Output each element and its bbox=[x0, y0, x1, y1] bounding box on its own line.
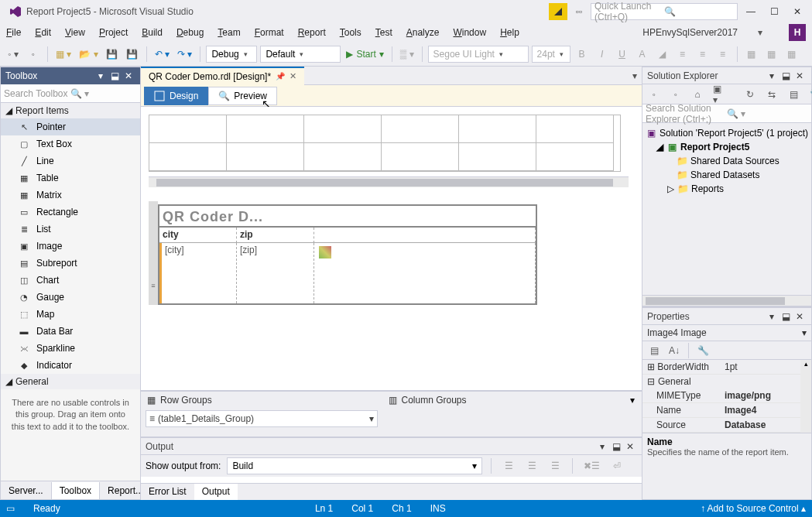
align-center-icon[interactable]: ≡ bbox=[694, 46, 711, 63]
menu-window[interactable]: Window bbox=[453, 27, 486, 38]
report-title[interactable]: QR Coder D... bbox=[159, 206, 536, 228]
server-explorer-tab[interactable]: Server... bbox=[1, 482, 52, 499]
menu-view[interactable]: View bbox=[65, 27, 85, 38]
border3-icon[interactable]: ▦ bbox=[783, 46, 800, 63]
se-home-icon[interactable]: ◦ bbox=[646, 86, 663, 103]
menu-report[interactable]: Report bbox=[298, 27, 326, 38]
output-close-icon[interactable]: ✕ bbox=[623, 441, 637, 452]
output-dropdown-icon[interactable]: ▾ bbox=[595, 441, 609, 452]
toolbox-search-input[interactable]: Search Toolbox 🔍 ▾ bbox=[1, 84, 140, 103]
design-surface[interactable]: ≡ QR Coder D... city zip [city] [zip] bbox=[141, 107, 642, 390]
tab-overflow-icon[interactable]: ▾ bbox=[628, 70, 642, 81]
platform-combo[interactable]: Default▾ bbox=[260, 46, 341, 63]
document-tab[interactable]: QR Coder Demo.rdl [Design]* 📌 ✕ bbox=[141, 67, 304, 85]
se-showall-icon[interactable]: ▤ bbox=[785, 86, 802, 103]
toolbox-item-list[interactable]: ≣List bbox=[1, 221, 140, 238]
prop-row[interactable]: Name Image4 bbox=[642, 403, 811, 418]
groups-dropdown-icon[interactable]: ▾ bbox=[630, 395, 635, 406]
new-project-icon[interactable]: ▦ ▾ bbox=[53, 46, 74, 63]
font-combo[interactable]: Segoe UI Light▾ bbox=[428, 46, 529, 63]
scroll-up-icon[interactable]: ▴ bbox=[800, 360, 811, 368]
error-list-tab[interactable]: Error List bbox=[141, 484, 194, 500]
toolbox-item-sparkline[interactable]: ⩙Sparkline bbox=[1, 340, 140, 357]
fontsize-combo[interactable]: 24pt▾ bbox=[532, 46, 570, 63]
align-left-icon[interactable]: ≡ bbox=[674, 46, 691, 63]
pin-icon[interactable]: ⬓ bbox=[779, 311, 793, 322]
tab-close-icon[interactable]: ✕ bbox=[290, 71, 296, 81]
props-v-scrollbar[interactable]: ▴ bbox=[800, 360, 811, 433]
categorize-icon[interactable]: ▤ bbox=[646, 342, 663, 359]
menu-help[interactable]: Help bbox=[500, 27, 519, 38]
output-from-combo[interactable]: Build ▾ bbox=[227, 457, 482, 474]
col-header-image[interactable] bbox=[314, 228, 536, 243]
solution-search-input[interactable]: Search Solution Explorer (Ctrl+;) 🔍 ▾ bbox=[642, 104, 811, 123]
pin-icon[interactable]: 📌 bbox=[276, 72, 285, 80]
se-props-icon[interactable]: 🔧 bbox=[807, 86, 812, 103]
underline-icon[interactable]: U bbox=[614, 46, 631, 63]
toolbox-dropdown-icon[interactable]: ▾ bbox=[94, 70, 108, 81]
output-btn2[interactable]: ☰ bbox=[523, 457, 540, 474]
config-combo[interactable]: Debug▾ bbox=[206, 46, 257, 63]
toolbox-item-map[interactable]: ⬚Map bbox=[1, 306, 140, 323]
align-right-icon[interactable]: ≡ bbox=[714, 46, 731, 63]
cell-zip[interactable]: [zip] bbox=[237, 243, 314, 303]
properties-object[interactable]: Image4 Image ▾ bbox=[642, 325, 811, 341]
menu-tools[interactable]: Tools bbox=[340, 27, 361, 38]
notification-flag-icon[interactable] bbox=[549, 3, 567, 20]
toolbox-item-indicator[interactable]: ◆Indicator bbox=[1, 357, 140, 374]
menu-build[interactable]: Build bbox=[142, 27, 163, 38]
toolbox-item-gauge[interactable]: ◔Gauge bbox=[1, 289, 140, 306]
expand-icon[interactable]: ◢ bbox=[656, 142, 663, 152]
output-clear-icon[interactable]: ✖☰ bbox=[581, 457, 602, 474]
minimize-button[interactable]: — bbox=[741, 3, 761, 20]
prop-pages-icon[interactable]: 🔧 bbox=[694, 342, 711, 359]
menu-project[interactable]: Project bbox=[99, 27, 128, 38]
prop-row[interactable]: MIMEType image/png bbox=[642, 389, 811, 403]
menu-format[interactable]: Format bbox=[255, 27, 284, 38]
se-back-icon[interactable]: ◦ bbox=[667, 86, 684, 103]
folder-shared-datasets[interactable]: 📁 Shared Datasets bbox=[642, 168, 811, 182]
se-sync-icon[interactable]: ▣ ▾ bbox=[711, 86, 728, 103]
alphabetize-icon[interactable]: A↓ bbox=[666, 342, 683, 359]
tool-btn1[interactable]: ▒ ▾ bbox=[398, 46, 416, 63]
props-dropdown-icon[interactable]: ▾ bbox=[765, 311, 779, 322]
props-close-icon[interactable]: ✕ bbox=[793, 311, 807, 322]
toolbox-close-icon[interactable]: ✕ bbox=[122, 70, 135, 81]
se-dropdown-icon[interactable]: ▾ bbox=[765, 70, 779, 81]
nav-fwd-icon[interactable]: ◦ bbox=[25, 46, 42, 63]
folder-reports[interactable]: ▷ 📁 Reports bbox=[642, 182, 811, 196]
folder-shared-data-sources[interactable]: 📁 Shared Data Sources bbox=[642, 154, 811, 168]
toolbox-item-table[interactable]: ▦Table bbox=[1, 169, 140, 187]
toolbox-item-image[interactable]: ▣Image bbox=[1, 238, 140, 255]
menu-debug[interactable]: Debug bbox=[176, 27, 204, 38]
toolbox-tab[interactable]: Toolbox bbox=[52, 482, 100, 499]
nav-back-icon[interactable]: ◦ ▾ bbox=[5, 46, 22, 63]
toolbox-item-chart[interactable]: ◫Chart bbox=[1, 272, 140, 289]
quick-launch-input[interactable]: Quick Launch (Ctrl+Q) 🔍 bbox=[591, 3, 738, 20]
toolbox-item-matrix[interactable]: ▦Matrix bbox=[1, 187, 140, 204]
toolbox-item-subreport[interactable]: ▤Subreport bbox=[1, 255, 140, 272]
project-node[interactable]: ◢ ▣ Report Project5 bbox=[642, 140, 811, 154]
menu-file[interactable]: File bbox=[6, 27, 21, 38]
toolbox-item-textbox[interactable]: ▢Text Box bbox=[1, 135, 140, 152]
design-tab[interactable]: Design bbox=[144, 87, 208, 105]
output-tab[interactable]: Output bbox=[194, 484, 238, 500]
border2-icon[interactable]: ▦ bbox=[763, 46, 780, 63]
toolbox-item-line[interactable]: ╱Line bbox=[1, 152, 140, 169]
chevron-down-icon[interactable]: ▾ bbox=[802, 327, 807, 338]
toolbox-group-report-items[interactable]: ◢ Report Items bbox=[1, 103, 140, 118]
prop-category[interactable]: ⊟ General bbox=[642, 375, 811, 389]
pin-icon[interactable]: ⬓ bbox=[779, 70, 793, 81]
output-btn3[interactable]: ☰ bbox=[546, 457, 564, 474]
prop-row[interactable]: Source Database bbox=[642, 418, 811, 433]
open-icon[interactable]: 📂 ▾ bbox=[77, 46, 100, 63]
output-wrap-icon[interactable]: ⏎ bbox=[608, 457, 625, 474]
toolbox-item-pointer[interactable]: ↖Pointer bbox=[1, 118, 140, 135]
cell-image[interactable] bbox=[314, 243, 536, 303]
close-button[interactable]: ✕ bbox=[787, 3, 807, 20]
pin-icon[interactable]: ⬓ bbox=[609, 441, 623, 452]
redo-icon[interactable]: ↷ ▾ bbox=[175, 46, 194, 63]
col-header-city[interactable]: city bbox=[159, 228, 237, 243]
prop-row[interactable]: ⊞ BorderWidth 1pt bbox=[642, 360, 811, 375]
start-button[interactable]: ▶ Start ▾ bbox=[344, 46, 385, 63]
